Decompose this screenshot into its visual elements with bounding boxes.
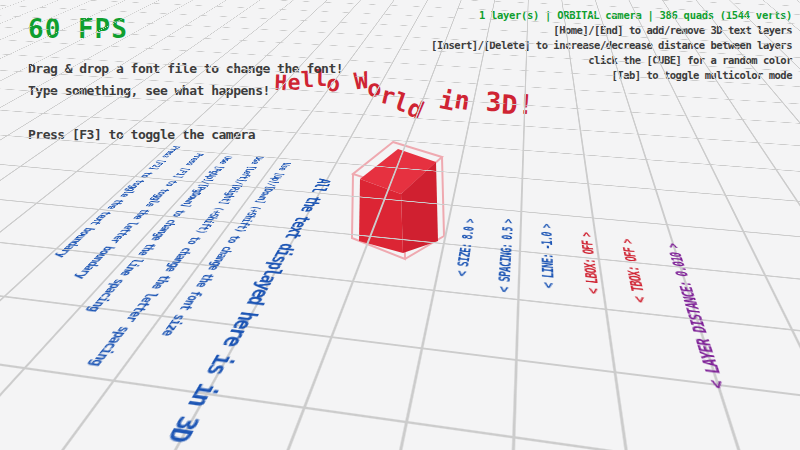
ground-3d-text-line: < LAYER DISTANCE: 0.010 > xyxy=(663,243,729,390)
hello-letter xyxy=(468,87,487,119)
hud-hint-line: [Tab] to toggle multicolor mode xyxy=(431,68,792,83)
ground-3d-text-line: < SPACING: 0.5 > xyxy=(494,219,516,294)
hud-hint-line: Drag & drop a font file to change the fo… xyxy=(28,58,343,80)
app-window: All the text displayed here is in 3DUse … xyxy=(0,0,800,450)
hello-letter: 3 xyxy=(485,87,501,117)
hud-hint-line: Type something, see what happens! xyxy=(28,80,343,102)
hello-letter: D xyxy=(500,89,518,121)
hud-hint-line: [Insert]/[Delete] to increase/decrease d… xyxy=(431,38,792,53)
ground-3d-text-line: < TBOX: OFF > xyxy=(618,238,650,303)
hud-hint-line: [Home]/[End] to add/remove 3D text layer… xyxy=(431,23,792,38)
ground-3d-text-line: < SIZE: 8.0 > xyxy=(452,218,478,277)
ground-3d-text-line: < LBOX: OFF > xyxy=(577,232,602,295)
hud-right-hints: [Home]/[End] to add/remove 3D text layer… xyxy=(431,23,792,83)
ground-3d-text-line: < LINE: -1.0 > xyxy=(538,223,557,289)
hud-right: 1 layer(s) | ORBITAL camera | 386 quads … xyxy=(431,8,792,83)
hud-hint-line: click the [CUBE] for a random color xyxy=(431,53,792,68)
hud-left-hints: Drag & drop a font file to change the fo… xyxy=(28,58,343,146)
hello-letter: ! xyxy=(516,88,534,120)
hud-left: 60 FPS Drag & drop a font file to change… xyxy=(28,14,343,146)
status-line: 1 layer(s) | ORBITAL camera | 386 quads … xyxy=(431,8,792,23)
hud-hint-line: Press [F3] to toggle the camera xyxy=(28,124,343,146)
fps-counter: 60 FPS xyxy=(28,14,343,44)
